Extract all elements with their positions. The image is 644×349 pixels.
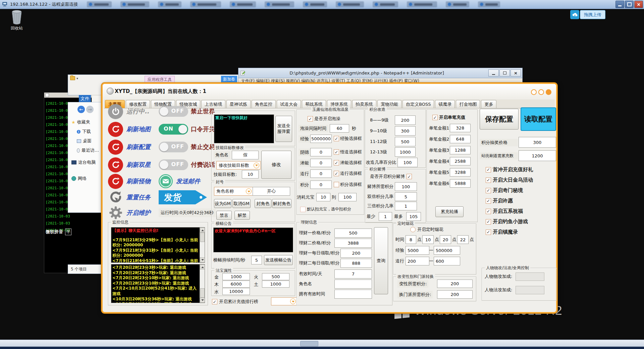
- licai1-daily-input[interactable]: 200: [340, 249, 372, 258]
- daohang-input[interactable]: 0: [310, 169, 332, 178]
- golden-crow-checkbox[interactable]: ✓: [486, 178, 491, 183]
- sidebar-item-recent[interactable]: 最近访问的位置: [77, 147, 101, 153]
- fw-dao-min-input[interactable]: 200: [406, 257, 429, 265]
- scrollbar-thumb[interactable]: [300, 341, 318, 346]
- gamble-cost-input[interactable]: 100: [395, 182, 417, 191]
- taskbar-item-blurred[interactable]: [190, 1, 221, 7]
- hour4-input[interactable]: 22: [457, 235, 469, 244]
- amount6-input[interactable]: 5888: [450, 179, 471, 188]
- scroll-up-icon[interactable]: [200, 228, 205, 233]
- interval-input[interactable]: 60: [330, 124, 349, 133]
- taskbar-item-blurred[interactable]: [158, 1, 181, 7]
- tab-more[interactable]: 更多: [481, 100, 496, 108]
- refresh-config-button[interactable]: 刷新配置: [126, 143, 159, 151]
- trade-ban-toggle[interactable]: OFF: [159, 142, 188, 152]
- upload-button-label[interactable]: 拖拽上传: [580, 10, 605, 19]
- gold-input[interactable]: 1000: [222, 273, 250, 280]
- taskbar-item-blurred[interactable]: [120, 1, 149, 7]
- notepad-close-button[interactable]: ×: [511, 69, 521, 77]
- street-recharge-input[interactable]: 1200: [519, 150, 556, 161]
- save-config-button[interactable]: 保存配置: [480, 109, 519, 130]
- ban-role-button[interactable]: 封角色: [255, 199, 271, 208]
- cost-max-input[interactable]: 100: [338, 193, 357, 201]
- tab-gold-map[interactable]: 打金地图: [456, 100, 480, 108]
- gear-icon[interactable]: [108, 205, 123, 220]
- refresh-icon[interactable]: [108, 140, 123, 155]
- yinde-input[interactable]: 0: [310, 148, 332, 156]
- scrollbar[interactable]: [200, 264, 205, 303]
- load-config-button[interactable]: 读取配置: [521, 107, 556, 131]
- amount3-input[interactable]: 1288: [450, 146, 471, 154]
- magic-attack-input[interactable]: [516, 286, 544, 294]
- taskbar-item-blurred[interactable]: [336, 1, 364, 7]
- scroll-down-icon[interactable]: [200, 257, 205, 262]
- first-recharge-checkbox[interactable]: ✓: [486, 167, 491, 172]
- modify-button[interactable]: 修改: [261, 151, 291, 179]
- world-ban-toggle[interactable]: OFF: [159, 106, 188, 117]
- paid-speech-toggle[interactable]: OFF: [159, 159, 188, 170]
- notepad-titlebar[interactable]: D:\phpstudy_pro\WWW\wd\gm\index.php - No…: [238, 68, 523, 78]
- taskbar-item-blurred[interactable]: [446, 1, 469, 7]
- exp-input[interactable]: 5000000: [310, 135, 332, 143]
- send-mail-button[interactable]: 发送邮件: [176, 177, 200, 185]
- rdp-close-button[interactable]: ×: [634, 1, 643, 8]
- sidebar-item-this-pc[interactable]: 这台电脑: [71, 159, 101, 165]
- lv89-input[interactable]: 200: [395, 115, 416, 125]
- sect-cost-input[interactable]: 200: [437, 290, 473, 299]
- qimen-checkbox[interactable]: ✓: [486, 188, 491, 193]
- taskbar-item-blurred[interactable]: [87, 1, 112, 7]
- taskbar-item-blurred[interactable]: [373, 1, 398, 7]
- lv910-input[interactable]: 300: [395, 126, 416, 136]
- explorer-file-tab[interactable]: 文件: [79, 95, 91, 102]
- window-button-1[interactable]: [531, 89, 537, 95]
- min-input[interactable]: 1: [379, 212, 392, 221]
- window-button-2[interactable]: [538, 89, 544, 95]
- sidebar-item-favorites[interactable]: ★收藏夹: [71, 119, 101, 125]
- ban-role-input[interactable]: 开心: [253, 187, 290, 196]
- window-button-close[interactable]: [546, 89, 551, 95]
- water-input[interactable]: 10000: [222, 288, 250, 295]
- double-rate-input[interactable]: 5: [395, 192, 417, 201]
- mute-button[interactable]: 禁言: [216, 211, 232, 220]
- fishing-checkbox[interactable]: ✓: [486, 219, 491, 225]
- rdp-minimize-button[interactable]: [615, 1, 624, 8]
- fw-exp-min-input[interactable]: 5000: [406, 246, 429, 255]
- sidebar-item-downloads[interactable]: ↓ 下载: [77, 129, 101, 135]
- scrollbar[interactable]: [200, 228, 205, 262]
- tab-star-trial[interactable]: 星神试炼: [226, 100, 251, 108]
- tab-role-monitor[interactable]: 角色监控: [252, 100, 276, 108]
- valid-days-input[interactable]: 7: [334, 269, 372, 279]
- horizontal-scrollbar[interactable]: [0, 340, 644, 347]
- jifen-checkbox[interactable]: [334, 182, 339, 187]
- unmute-button[interactable]: 解禁: [234, 211, 250, 220]
- send-banner-button[interactable]: 发送横幅公告: [264, 255, 293, 265]
- sidebar-item-network[interactable]: 网络: [71, 176, 101, 182]
- tab-custom-boss[interactable]: 自定义BOSS: [402, 100, 434, 108]
- forward-button[interactable]: →: [86, 106, 94, 113]
- sidebar-item-desktop[interactable]: 桌面: [77, 138, 101, 144]
- taskbar-item-blurred[interactable]: [478, 1, 500, 7]
- amount5-input[interactable]: 3288: [450, 168, 471, 177]
- licai2-price-input[interactable]: 3888: [334, 239, 372, 248]
- tab-zhenmolu[interactable]: 镇魔录: [435, 100, 455, 108]
- maintain-button[interactable]: 开启维护: [126, 209, 159, 217]
- rate-input[interactable]: 100: [397, 158, 418, 167]
- taskbar-item-blurred[interactable]: [407, 1, 437, 7]
- refresh-twin-button[interactable]: 刷新双星: [126, 161, 159, 169]
- recharge-rank-dropdown[interactable]: [271, 297, 297, 305]
- daohang-checkbox[interactable]: ✓: [334, 171, 339, 176]
- ime-status[interactable]: 微软拼音半: [46, 229, 71, 235]
- back-button[interactable]: ←: [77, 106, 85, 113]
- role-name-input[interactable]: 假: [232, 151, 259, 159]
- gm-titlebar[interactable]: XYTD_【亲测源码网】当前在线人数：1: [103, 84, 556, 99]
- zhenmolu-checkbox[interactable]: ✓: [486, 230, 491, 235]
- skill-target-input[interactable]: 10: [242, 170, 259, 179]
- fw-exp-max-input[interactable]: 500000: [434, 246, 460, 255]
- amount1-input[interactable]: 328: [450, 124, 471, 132]
- five-blessing-checkbox[interactable]: ✓: [486, 209, 491, 214]
- set-gm-button[interactable]: 设为GM: [214, 199, 231, 208]
- reset-task-button[interactable]: 重置任务: [126, 193, 159, 201]
- qianneng-input[interactable]: 0: [310, 159, 332, 167]
- tab-dao-meeting[interactable]: 试道大会: [277, 100, 301, 108]
- role-select-dropdown[interactable]: 角色名称: [214, 187, 253, 196]
